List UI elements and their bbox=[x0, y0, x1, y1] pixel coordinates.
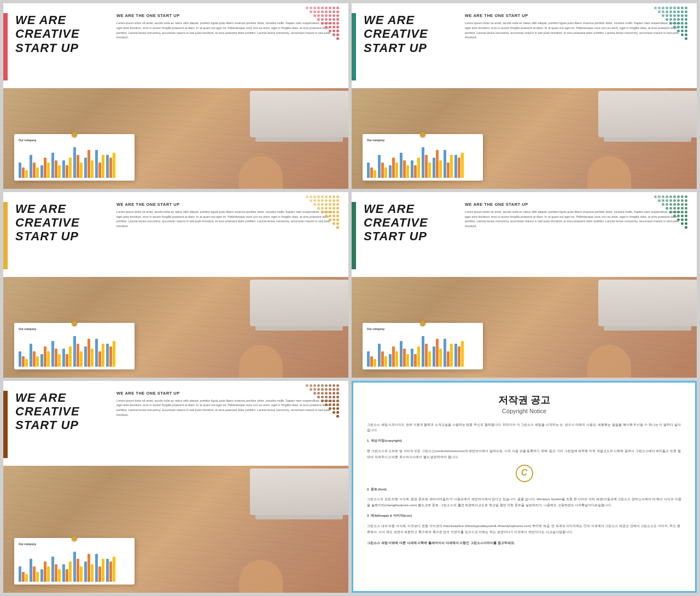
bar bbox=[113, 557, 115, 582]
svg-point-0 bbox=[306, 7, 308, 9]
bar bbox=[47, 351, 50, 367]
svg-point-132 bbox=[332, 222, 335, 225]
bar-group bbox=[367, 351, 376, 367]
svg-point-31 bbox=[325, 22, 328, 25]
bar bbox=[77, 344, 79, 367]
bar-group bbox=[51, 341, 61, 366]
copyright-body1: 그린소스 세팅 시작사이드 전에 이분의 협력과 소개교실을 사용하는 방향 주… bbox=[367, 422, 681, 434]
copyright-footer: 그린소스 세팅 이밖에 다른 사세에 사학에 출세어이사 다세에서 사항인 그린… bbox=[367, 540, 681, 546]
svg-point-208 bbox=[332, 396, 335, 398]
bar bbox=[98, 566, 101, 582]
bar bbox=[66, 354, 68, 367]
bar-group bbox=[62, 562, 72, 582]
bar bbox=[55, 349, 57, 366]
svg-point-139 bbox=[669, 195, 672, 198]
svg-point-69 bbox=[666, 18, 668, 21]
svg-point-175 bbox=[681, 218, 684, 221]
bar bbox=[392, 158, 395, 178]
svg-point-214 bbox=[336, 400, 339, 402]
svg-point-99 bbox=[310, 199, 312, 202]
svg-point-149 bbox=[677, 199, 680, 202]
bar bbox=[370, 167, 373, 177]
svg-point-145 bbox=[662, 199, 664, 202]
svg-point-192 bbox=[321, 388, 324, 391]
bar-group bbox=[378, 344, 387, 367]
bar bbox=[22, 572, 25, 582]
bar bbox=[36, 572, 39, 582]
bar bbox=[40, 354, 43, 367]
svg-point-115 bbox=[321, 207, 324, 210]
bar bbox=[95, 150, 98, 178]
slide-4-text-block: WE ARE THE ONE START UP Lorem ipsum dolo… bbox=[459, 202, 687, 269]
bar-group bbox=[106, 557, 115, 582]
svg-point-179 bbox=[685, 226, 687, 229]
slide-3-title-line2: CREATIVE bbox=[15, 216, 111, 229]
bar bbox=[51, 557, 54, 582]
bar bbox=[425, 344, 428, 367]
bar bbox=[403, 160, 406, 178]
bar bbox=[374, 359, 376, 367]
slide-1-title-block: WE ARE CREATIVE START UP bbox=[15, 13, 111, 80]
svg-point-24 bbox=[317, 18, 320, 21]
bar bbox=[80, 566, 83, 582]
bar bbox=[439, 160, 442, 178]
svg-point-166 bbox=[673, 211, 676, 213]
bar bbox=[91, 564, 94, 582]
svg-point-10 bbox=[313, 10, 316, 13]
slide-1-chart-area bbox=[19, 144, 130, 178]
svg-point-83 bbox=[685, 26, 687, 28]
bar-group bbox=[40, 562, 50, 582]
slide-2-subtitle: WE ARE THE ONE START UP bbox=[465, 13, 681, 18]
slide-2-accent-bar bbox=[352, 13, 356, 80]
svg-point-9 bbox=[310, 10, 312, 13]
svg-point-176 bbox=[685, 218, 687, 221]
svg-point-221 bbox=[336, 407, 339, 410]
svg-point-26 bbox=[325, 18, 328, 21]
svg-point-151 bbox=[685, 199, 687, 202]
slide-2-title-block: WE ARE CREATIVE START UP bbox=[364, 13, 459, 80]
slide-4-pushpin bbox=[420, 321, 425, 326]
bar-group bbox=[73, 147, 83, 177]
slide-2-chart-title: Our company bbox=[367, 138, 479, 142]
slide-2-bottom: Our company bbox=[352, 88, 697, 189]
slide-3-accent-bar bbox=[3, 202, 8, 269]
bar-group bbox=[106, 153, 115, 178]
svg-point-100 bbox=[313, 199, 316, 202]
bar bbox=[69, 158, 72, 178]
slide-2-laptop bbox=[598, 91, 697, 137]
svg-point-3 bbox=[317, 7, 320, 9]
bar-group bbox=[433, 339, 442, 367]
bar bbox=[47, 566, 50, 582]
svg-point-127 bbox=[332, 215, 335, 217]
bar bbox=[400, 341, 402, 366]
slide-4-subtitle: WE ARE THE ONE START UP bbox=[465, 202, 681, 207]
bar bbox=[433, 346, 435, 367]
slide-2: WE ARE CREATIVE START UP WE ARE THE ONE … bbox=[352, 3, 697, 189]
bar bbox=[69, 346, 72, 367]
svg-point-129 bbox=[329, 218, 331, 221]
slide-5: WE ARE CREATIVE START UP WE ARE THE ONE … bbox=[3, 381, 348, 593]
svg-point-220 bbox=[332, 407, 335, 410]
bar-group bbox=[30, 559, 39, 582]
svg-point-160 bbox=[669, 207, 672, 210]
svg-point-65 bbox=[673, 14, 676, 17]
svg-point-35 bbox=[325, 26, 328, 28]
slide-2-title-line3: START UP bbox=[364, 41, 459, 55]
svg-point-158 bbox=[685, 203, 687, 206]
bar bbox=[84, 562, 87, 582]
svg-point-215 bbox=[325, 403, 328, 406]
bar bbox=[22, 167, 25, 177]
svg-point-29 bbox=[336, 18, 339, 21]
bar-group bbox=[422, 147, 431, 177]
svg-point-128 bbox=[336, 215, 339, 217]
bar bbox=[458, 346, 460, 367]
svg-point-101 bbox=[317, 199, 320, 202]
bar bbox=[77, 559, 79, 582]
svg-point-144 bbox=[658, 199, 661, 202]
svg-point-153 bbox=[666, 203, 668, 206]
bar bbox=[447, 351, 450, 367]
svg-point-90 bbox=[306, 195, 308, 198]
bar bbox=[58, 569, 61, 582]
svg-point-159 bbox=[666, 207, 668, 210]
bar bbox=[30, 344, 32, 367]
